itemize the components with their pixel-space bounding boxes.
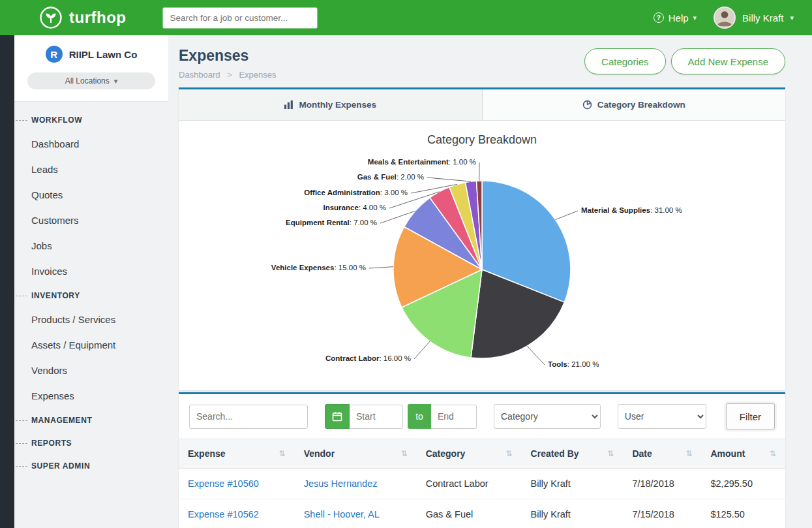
section-connector xyxy=(16,120,27,121)
date-range-picker: to xyxy=(325,404,477,429)
table-body: Expense #10560Jesus HernandezContract La… xyxy=(179,469,785,528)
sort-arrows-icon[interactable]: ⇅ xyxy=(506,449,513,458)
label-leader-line xyxy=(556,211,579,220)
category-select[interactable]: Category xyxy=(494,404,601,429)
breadcrumb-expenses: Expenses xyxy=(239,70,276,80)
brand-name: turfhop xyxy=(69,8,126,27)
sidebar-item-assets-equipment[interactable]: Assets / Equipment xyxy=(14,332,168,358)
column-header-created-by[interactable]: Created By⇅ xyxy=(522,439,624,469)
table-row: Expense #10562Shell - Hoover, ALGas & Fu… xyxy=(179,499,785,528)
sidebar-item-expenses[interactable]: Expenses xyxy=(14,383,168,409)
pie-label-gas-fuel: Gas & Fuel: 2.00 % xyxy=(357,173,424,181)
column-label: Vendor xyxy=(304,448,335,459)
help-menu[interactable]: ? Help ▾ xyxy=(654,12,697,23)
sidebar-item-leads[interactable]: Leads xyxy=(14,157,168,182)
expense-link[interactable]: Expense #10562 xyxy=(188,509,259,520)
table-row: Expense #10560Jesus HernandezContract La… xyxy=(179,469,785,499)
date-cell: 7/15/2018 xyxy=(623,499,701,528)
sidebar-item-invoices[interactable]: Invoices xyxy=(14,258,168,284)
tab-category-breakdown[interactable]: Category Breakdown xyxy=(483,89,786,120)
pie-label-vehicle-expenses: Vehicle Expenses: 15.00 % xyxy=(271,264,366,272)
global-search-input[interactable] xyxy=(162,7,318,29)
sidebar: R RIIPL Lawn Co All Locations ▾ WORKFLOW… xyxy=(14,35,168,528)
calendar-button[interactable] xyxy=(325,404,350,429)
nav-section-management[interactable]: MANAGEMENT xyxy=(14,409,168,431)
expense-link[interactable]: Expense #10560 xyxy=(188,478,259,489)
sort-arrows-icon[interactable]: ⇅ xyxy=(607,449,614,458)
sort-arrows-icon[interactable]: ⇅ xyxy=(401,449,408,458)
sidebar-item-vendors[interactable]: Vendors xyxy=(14,358,168,383)
sidebar-item-customers[interactable]: Customers xyxy=(14,208,168,233)
end-date-input[interactable] xyxy=(431,405,477,429)
pie-label-tools: Tools: 21.00 % xyxy=(548,360,599,368)
category-pie-svg: Material & Supplies: 31.00 %Tools: 21.00… xyxy=(179,149,785,377)
sort-arrows-icon[interactable]: ⇅ xyxy=(770,449,776,458)
help-circle-icon: ? xyxy=(654,12,664,23)
turfhop-logo[interactable]: turfhop xyxy=(39,6,126,29)
location-label: All Locations xyxy=(65,76,110,85)
chart-tabs: Monthly Expenses Category Breakdown xyxy=(179,89,785,121)
table-search-input[interactable] xyxy=(189,405,308,429)
column-label: Category xyxy=(426,448,466,459)
sort-arrows-icon[interactable]: ⇅ xyxy=(279,449,286,458)
nav-section-super-admin[interactable]: SUPER ADMIN xyxy=(14,454,168,477)
vendor-link[interactable]: Shell - Hoover, AL xyxy=(304,509,380,520)
nav-section-workflow[interactable]: WORKFLOW xyxy=(14,108,168,131)
company-name: RIIPL Lawn Co xyxy=(69,49,138,60)
sprout-icon xyxy=(39,6,63,29)
pie-label-office-administration: Office Administration: 3.00 % xyxy=(304,189,408,196)
chart-title: Category Breakdown xyxy=(179,121,785,149)
nav-section-inventory[interactable]: INVENTORY xyxy=(14,284,168,307)
column-header-date[interactable]: Date⇅ xyxy=(623,439,701,469)
section-connector xyxy=(16,296,27,296)
section-connector xyxy=(16,443,27,444)
location-selector[interactable]: All Locations ▾ xyxy=(27,72,155,89)
section-label: INVENTORY xyxy=(31,291,80,300)
calendar-icon xyxy=(332,411,342,422)
section-label: REPORTS xyxy=(31,439,72,448)
page-title: Expenses xyxy=(179,47,277,65)
chevron-down-icon: ▾ xyxy=(790,14,794,22)
pie-label-meals-entertainment: Meals & Entertainment: 1.00 % xyxy=(368,158,476,166)
vendor-link[interactable]: Jesus Hernandez xyxy=(304,478,378,489)
tab-monthly-expenses[interactable]: Monthly Expenses xyxy=(179,89,483,120)
sidebar-item-products-services[interactable]: Products / Services xyxy=(14,307,168,332)
expense-cell: Expense #10560 xyxy=(179,469,295,499)
start-date-input[interactable] xyxy=(350,405,403,429)
sidebar-item-jobs[interactable]: Jobs xyxy=(14,233,168,258)
categories-button[interactable]: Categories xyxy=(584,48,666,74)
company-badge: R xyxy=(46,46,63,63)
user-select[interactable]: User xyxy=(618,404,706,429)
chevron-down-icon: ▾ xyxy=(693,14,697,22)
pie-label-material-supplies: Material & Supplies: 31.00 % xyxy=(581,206,682,214)
column-label: Date xyxy=(632,448,652,459)
expenses-chart-card: Monthly Expenses Category Breakdown Cate… xyxy=(179,87,785,390)
category-breakdown-chart: Category Breakdown Material & Supplies: … xyxy=(179,121,785,390)
amount-cell: $2,295.50 xyxy=(701,469,785,499)
section-label: MANAGEMENT xyxy=(31,416,92,425)
column-header-expense[interactable]: Expense⇅ xyxy=(179,439,295,469)
breadcrumb-dashboard[interactable]: Dashboard xyxy=(179,70,220,80)
nav-section-reports[interactable]: REPORTS xyxy=(14,431,168,454)
column-header-amount[interactable]: Amount⇅ xyxy=(701,439,785,469)
add-new-expense-button[interactable]: Add New Expense xyxy=(671,48,785,74)
bar-chart-icon xyxy=(284,100,293,110)
created-by-cell: Billy Kraft xyxy=(522,469,624,499)
sort-arrows-icon[interactable]: ⇅ xyxy=(685,449,692,458)
breadcrumb: Dashboard > Expenses xyxy=(179,70,277,80)
section-connector xyxy=(16,420,27,421)
sidebar-item-quotes[interactable]: Quotes xyxy=(14,182,168,208)
breadcrumb-separator: > xyxy=(227,70,232,80)
pie-label-equipment-rental: Equipment Rental: 7.00 % xyxy=(286,219,377,226)
column-label: Created By xyxy=(531,448,579,459)
column-header-category[interactable]: Category⇅ xyxy=(417,439,522,469)
filter-button[interactable]: Filter xyxy=(726,403,775,429)
user-menu[interactable]: Billy Kraft ▾ xyxy=(714,7,794,29)
filter-bar: to Category User Filter xyxy=(179,394,785,439)
pie-label-contract-labor: Contract Labor: 16.00 % xyxy=(325,354,411,362)
created-by-cell: Billy Kraft xyxy=(522,499,624,528)
avatar xyxy=(714,7,736,29)
sidebar-item-dashboard[interactable]: Dashboard xyxy=(14,131,168,157)
column-header-vendor[interactable]: Vendor⇅ xyxy=(295,439,417,469)
pie-chart-icon xyxy=(582,100,592,110)
